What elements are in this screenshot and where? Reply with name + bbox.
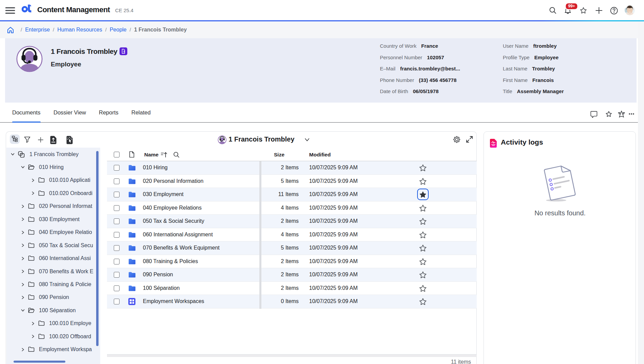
svg-text:?: ? — [123, 50, 125, 53]
